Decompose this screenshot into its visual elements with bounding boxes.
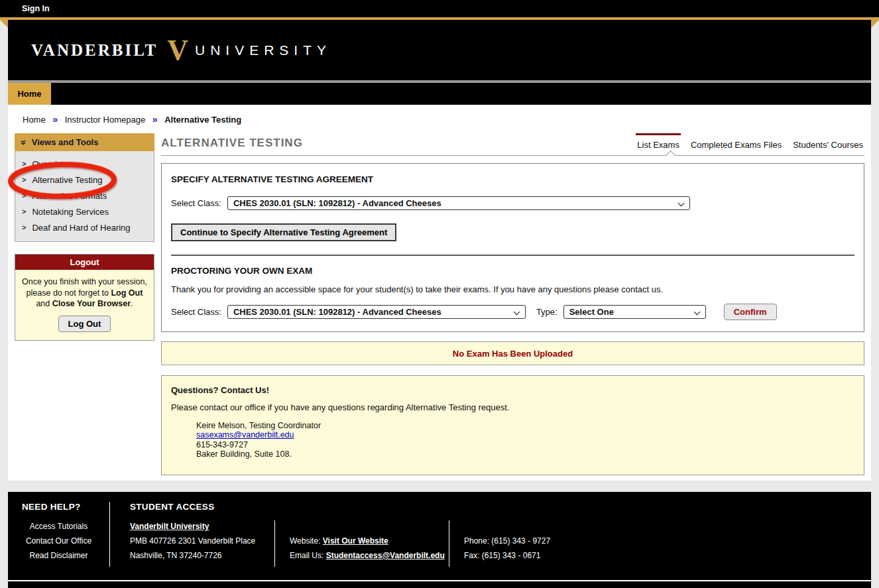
breadcrumb: Home » Instructor Homepage » Alternative… [23,114,864,125]
breadcrumb-home[interactable]: Home [23,115,46,125]
sidebar-item-label: Deaf and Hard of Hearing [32,223,130,233]
sidebar: » Views and Tools > Overview > Alternati… [15,133,154,341]
chevron-down-icon [513,309,520,316]
proctoring-message: Thank you for providing an accessible sp… [171,284,854,294]
specify-class-select[interactable]: CHES 2030.01 (SLN: 1092812) - Advanced C… [227,196,690,210]
contact-email-link[interactable]: sasexams@vanderbilt.edu [196,430,294,440]
logo-wordmark-vanderbilt: VANDERBILT [31,41,158,60]
specify-class-select-value: CHES 2030.01 (SLN: 1092812) - Advanced C… [233,198,441,208]
tab-students-courses[interactable]: Students' Courses [791,133,864,150]
footer-link-contact-our-office[interactable]: Contact Our Office [8,534,109,548]
footer-visit-website-link[interactable]: Visit Our Website [323,536,388,546]
main-navbar: Home [8,83,871,105]
chevron-right-icon: > [22,160,26,168]
tab-list-exams[interactable]: List Exams [636,133,681,150]
main-panel: ALTERNATIVE TESTING List Exams Completed… [161,133,864,475]
no-exam-banner-text: No Exam Has Been Uploaded [453,349,573,359]
breadcrumb-separator-icon: » [52,114,58,125]
tab-completed-exams-files[interactable]: Completed Exams Files [689,133,783,150]
signin-bar: Sign In [0,0,879,17]
sidebar-item-alternative-testing[interactable]: > Alternative Testing [15,172,154,188]
footer-link-access-tutorials[interactable]: Access Tutorials [8,519,109,534]
footer-vanderbilt-university-link[interactable]: Vanderbilt University [130,519,274,534]
breadcrumb-alternative-testing: Alternative Testing [164,115,241,125]
footer-website-row: Website: Visit Our Website [290,534,449,548]
footer-email-row: Email Us: Studentaccess@Vanderbilt.edu [290,548,449,563]
footer-need-help-column: NEED HELP? Access Tutorials Contact Our … [8,502,110,567]
sidebar-header-label: Views and Tools [32,137,99,147]
confirm-button[interactable]: Confirm [724,304,777,320]
license-bar: Licensed to Accessible Information Manag… [8,581,871,588]
proctoring-class-select[interactable]: CHES 2030.01 (SLN: 1092812) - Advanced C… [227,305,526,319]
logout-panel: Logout Once you finish with your session… [15,254,154,341]
continue-to-specify-button[interactable]: Continue to Specify Alternative Testing … [171,223,396,241]
type-select-value: Select One [569,307,614,317]
vanderbilt-logo: VANDERBILT V UNIVERSITY [31,37,331,64]
no-exam-banner: No Exam Has Been Uploaded [161,341,864,365]
footer-address-line2: Nashville, TN 37240-7726 [130,548,274,563]
chevron-right-icon: > [22,192,26,200]
footer-fax: Fax: (615) 343 - 0671 [464,548,550,563]
footer-address-line1: PMB 407726 2301 Vanderbilt Place [130,534,274,548]
contact-phone: 615-343-9727 [196,440,854,449]
chevron-right-icon: > [22,176,26,184]
footer-email-link[interactable]: Studentaccess@Vanderbilt.edu [326,551,445,560]
active-tab-notch [666,150,676,161]
gold-corner-fold-left [0,20,8,28]
chevron-right-icon: > [22,207,26,215]
student-access-heading: STUDENT ACCESS [130,502,871,512]
contact-name: Keire Melson, Testing Coordinator [196,421,854,430]
footer-phone: Phone: (615) 343 - 9727 [464,534,550,548]
testing-forms-box: SPECIFY ALTERNATIVE TESTING AGREEMENT Se… [161,163,864,332]
logo-wordmark-university: UNIVERSITY [195,42,331,58]
contact-address: Baker Building, Suite 108. [196,449,854,459]
proctoring-select-class-label: Select Class: [171,307,221,317]
need-help-heading: NEED HELP? [8,502,109,512]
sidebar-header-views-and-tools[interactable]: » Views and Tools [15,133,154,151]
chevrons-down-icon: » [19,140,29,145]
logout-note: Once you finish with your session, pleas… [22,277,147,308]
sidebar-item-label: Notetaking Services [32,207,109,217]
sidebar-item-deaf-and-hard-of-hearing[interactable]: > Deaf and Hard of Hearing [15,219,154,235]
sidebar-item-label: Alternative Formats [32,191,107,201]
footer-student-access-column: STUDENT ACCESS Vanderbilt University PMB… [110,502,871,567]
sidebar-item-overview[interactable]: > Overview [15,156,154,172]
chevron-down-icon [693,309,700,316]
gold-corner-fold-right [871,20,879,28]
sidebar-item-label: Alternative Testing [32,175,102,185]
logout-panel-header: Logout [15,255,154,270]
chevron-right-icon: > [22,223,26,231]
type-select[interactable]: Select One [563,305,706,319]
site-header: VANDERBILT V UNIVERSITY [8,20,871,80]
vanderbilt-v-monogram-icon: V [167,37,188,64]
content-area: Home » Instructor Homepage » Alternative… [8,105,871,481]
sidebar-item-alternative-formats[interactable]: > Alternative Formats [15,188,154,204]
sign-in-link[interactable]: Sign In [22,4,50,13]
page-title: ALTERNATIVE TESTING [161,137,303,150]
specify-select-class-label: Select Class: [171,198,221,208]
footer: NEED HELP? Access Tutorials Contact Our … [8,492,871,588]
view-tabs: List Exams Completed Exams Files Student… [636,133,864,150]
section-divider [171,255,854,256]
sidebar-menu: > Overview > Alternative Testing > Alter… [15,151,154,242]
footer-link-read-disclaimer[interactable]: Read Disclaimer [8,548,109,563]
nav-tab-home[interactable]: Home [8,83,51,105]
breadcrumb-instructor-homepage[interactable]: Instructor Homepage [65,115,145,125]
type-label: Type: [536,307,557,317]
specify-section-heading: SPECIFY ALTERNATIVE TESTING AGREEMENT [171,174,854,184]
contact-heading: Questions? Contact Us! [171,385,854,395]
sidebar-item-label: Overview [32,159,68,169]
contact-message: Please contact our office if you have an… [171,402,854,412]
contact-box: Questions? Contact Us! Please contact ou… [161,375,864,475]
proctoring-section-heading: PROCTORING YOUR OWN EXAM [171,266,854,276]
chevron-down-icon [677,200,684,207]
proctoring-class-select-value: CHES 2030.01 (SLN: 1092812) - Advanced C… [233,307,441,317]
log-out-button[interactable]: Log Out [58,316,111,332]
breadcrumb-separator-icon: » [152,114,158,125]
sidebar-item-notetaking-services[interactable]: > Notetaking Services [15,204,154,219]
